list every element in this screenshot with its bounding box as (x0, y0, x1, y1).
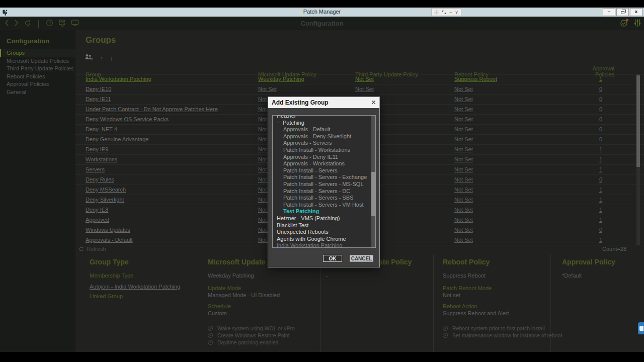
move-up-icon[interactable]: ↑ (100, 54, 104, 62)
tree-item[interactable]: Approvals - Servers (273, 140, 371, 147)
group-name-link[interactable]: Deny IE10 (86, 86, 111, 92)
tree-item[interactable]: Patch Install - Servers - MS-SQL (273, 181, 371, 188)
status-check-icon[interactable] (620, 19, 629, 29)
table-row[interactable]: Deny IE10 Not Set Not Set Not Set 0 (75, 84, 644, 95)
approval-count[interactable]: 1 (599, 76, 602, 82)
approval-count[interactable]: 0 (599, 176, 602, 183)
dialog-close-icon[interactable]: × (371, 99, 376, 106)
collapse-icon[interactable] (442, 8, 446, 17)
tree-item[interactable]: Hetzner - VMS (Patching) (273, 215, 371, 222)
teamviewer-icon[interactable] (638, 322, 644, 334)
scrollbar-thumb[interactable] (636, 75, 640, 167)
move-down-icon[interactable]: ↓ (110, 54, 114, 62)
sidebar-item[interactable]: Third Party Update Policies (0, 65, 75, 73)
dialog-titlebar[interactable]: Add Existing Group × (268, 97, 379, 108)
tree-item[interactable]: Patch Install - Servers - DC (273, 188, 371, 195)
tp-policy-value[interactable]: Not Set (355, 76, 374, 82)
tree-item[interactable]: Patch Install - Servers - Exchange (273, 174, 371, 181)
capture-toolbar[interactable]: − ∨ (431, 8, 461, 16)
tree-item[interactable]: India Workstation Patching (273, 242, 371, 248)
tree-item[interactable]: Test Patching (273, 208, 371, 215)
approval-count[interactable]: 0 (599, 136, 602, 142)
reboot-policy-value[interactable]: Not Set (454, 166, 473, 172)
group-tree-listbox[interactable]: Hetzner −Patching Approvals - Default Ap… (272, 115, 376, 248)
approval-count[interactable]: 0 (599, 227, 602, 233)
reboot-policy-value[interactable]: Not Set (454, 187, 473, 193)
approval-count[interactable]: 0 (599, 126, 602, 132)
group-name-link[interactable]: Deny MSSearch (86, 187, 126, 193)
approval-count[interactable]: 1 (599, 217, 602, 223)
reboot-policy-value[interactable]: Not Set (454, 237, 473, 243)
tree-item[interactable]: Patch Install - Workstations (273, 147, 371, 154)
ms-policy-value[interactable]: Weekday Patching (258, 76, 304, 82)
reboot-policy-value[interactable]: Not Set (454, 126, 473, 132)
reboot-policy-value[interactable]: Suppress Reboot (454, 76, 497, 82)
reboot-policy-value[interactable]: Not Set (454, 96, 473, 102)
sidebar-item[interactable]: General (0, 88, 75, 97)
widget-chevron-down-icon[interactable]: ∨ (455, 10, 458, 15)
group-name-link[interactable]: Deny IE9 (86, 146, 108, 152)
minimize-button[interactable]: – (603, 8, 615, 16)
drag-handle-icon[interactable] (434, 8, 439, 17)
sidebar-item[interactable]: Microsoft Update Policies (0, 57, 75, 65)
approval-count[interactable]: 1 (599, 156, 602, 162)
tree-item[interactable]: Patch Install - Servers - SBS (273, 195, 371, 202)
reboot-policy-value[interactable]: Not Set (454, 116, 473, 122)
reboot-policy-value[interactable]: Not Set (454, 156, 473, 162)
add-group-icon[interactable] (85, 53, 94, 62)
reboot-policy-value[interactable]: Not Set (454, 106, 473, 112)
ms-policy-value[interactable]: Not Set (258, 86, 277, 92)
reboot-policy-value[interactable]: Not Set (454, 207, 473, 213)
group-name-link[interactable]: Deny .NET 4 (86, 126, 117, 132)
tree-item[interactable]: Hetzner (273, 115, 371, 120)
approval-count[interactable]: 0 (599, 116, 602, 122)
close-button[interactable]: × (630, 8, 642, 16)
tp-policy-value[interactable]: Not Set (355, 86, 374, 92)
group-name-link[interactable]: Deny Windows OS Service Packs (86, 116, 169, 122)
tree-collapse-icon[interactable]: − (277, 120, 283, 127)
table-scrollbar[interactable] (636, 74, 640, 245)
group-name-link[interactable]: Approved (86, 217, 109, 223)
reboot-policy-value[interactable]: Not Set (454, 146, 473, 152)
approval-count[interactable]: 1 (599, 146, 602, 152)
tree-item[interactable]: Patch Install - Servers - VM Host (273, 202, 371, 209)
approval-count[interactable]: 1 (599, 166, 602, 172)
reboot-policy-value[interactable]: Not Set (454, 227, 473, 233)
ok-button[interactable]: OK (323, 255, 342, 262)
approval-count[interactable]: 1 (599, 237, 602, 243)
widget-minimize-icon[interactable]: − (449, 10, 452, 15)
group-name-link[interactable]: India Workstation Patching (86, 76, 151, 82)
group-name-link[interactable]: Workstations (86, 156, 117, 162)
approval-count[interactable]: 1 (599, 187, 602, 193)
group-name-link[interactable]: Deny Rules (86, 176, 114, 183)
group-name-link[interactable]: Windows Updates (86, 227, 130, 233)
group-name-link[interactable]: Approvals - Default (86, 237, 133, 243)
group-name-link[interactable]: Deny IE11 (86, 96, 111, 102)
reboot-policy-value[interactable]: Not Set (454, 176, 473, 183)
restore-button[interactable] (616, 8, 629, 16)
reboot-policy-value[interactable]: Not Set (454, 217, 473, 223)
sidebar-item[interactable]: Approval Policies (0, 80, 75, 88)
cancel-button[interactable]: CANCEL (350, 255, 373, 262)
filter-sliders-icon[interactable] (634, 19, 641, 29)
group-name-link[interactable]: Deny IE8 (86, 207, 108, 213)
approval-count[interactable]: 1 (599, 197, 602, 203)
approval-count[interactable]: 0 (599, 86, 602, 92)
refresh-control[interactable]: Refresh (78, 246, 106, 252)
tree-item[interactable]: Approvals - Default (273, 126, 371, 133)
reboot-policy-value[interactable]: Not Set (454, 136, 473, 142)
dialog-scrollbar-thumb[interactable] (371, 172, 375, 216)
group-name-link[interactable]: Deny Genuine Advantage (86, 136, 148, 142)
approval-count[interactable]: 0 (599, 96, 602, 102)
approval-count[interactable]: 0 (599, 106, 602, 112)
tree-item[interactable]: Agents with Google Chrome (273, 236, 371, 243)
tree-item[interactable]: Blacklist Test (273, 222, 371, 229)
reboot-policy-value[interactable]: Not Set (454, 86, 473, 92)
autojoin-link[interactable]: Autojoin - India Workstation Patching (90, 284, 180, 290)
tree-item[interactable]: Patch Install - Servers (273, 167, 371, 174)
tree-item[interactable]: −Patching (273, 120, 371, 127)
table-row[interactable]: India Workstation Patching Weekday Patch… (75, 74, 644, 84)
group-name-link[interactable]: Under Patch Contract - Do Not Approve Pa… (86, 106, 218, 112)
tree-item[interactable]: Unexpected Reboots (273, 229, 371, 236)
group-name-link[interactable]: Servers (86, 166, 105, 172)
